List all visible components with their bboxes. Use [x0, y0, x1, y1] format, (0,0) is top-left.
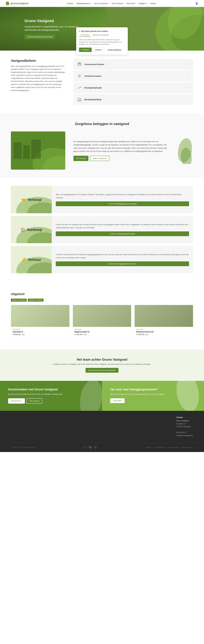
main-services-section: 🤝 Verkoop Wilt u uw beleggingspand in Gr…	[0, 178, 204, 284]
nav-right: 👤	[195, 2, 199, 5]
footer-link-privacy[interactable]: Privacyverklaring	[154, 446, 165, 448]
verkoop-title-area: 🤝 Verkoop	[17, 198, 46, 202]
footer-link-cookie-settings[interactable]: Cookie-instellingen	[181, 446, 193, 448]
property-image-2	[73, 305, 131, 327]
service-arrow-pandoptimalisatie: →	[187, 86, 190, 89]
hero-title: Gruno Vastgoed	[24, 18, 90, 23]
footer-copyright: Copyright © 2025 · Gruno Vastgoed	[11, 446, 35, 448]
logo[interactable]: grunovastgoed	[5, 1, 28, 6]
aankoop-icon: 🏠	[20, 228, 25, 232]
property-name-2: Wagnersingel 31	[75, 331, 130, 333]
hero-cta-button[interactable]: Gratis adviesgesprek aanvragen	[24, 34, 55, 39]
verkoop-cta-button[interactable]: Ik wil mijn beleggingspand verkopen	[56, 202, 189, 206]
verhuur-card: 🔑 Verhuur U bent in het bezit van één of…	[11, 246, 193, 273]
property-card-2[interactable]: Groningen Wagnersingel 31 € 335.000,- k.…	[73, 305, 131, 337]
zorgeloos-title: Zorgeloos beleggen in vastgoed	[11, 122, 193, 126]
nav-aanbod[interactable]: Aanbod	[67, 2, 73, 4]
cookie-dot-icon	[79, 31, 80, 32]
facebook-icon[interactable]: f	[83, 446, 87, 449]
nav-contact[interactable]: Contact	[150, 2, 156, 4]
property-name-3: Bedumerstraat 118	[136, 331, 191, 333]
cta-kennismaken: Kennismaken met Gruno Vastgoed Bel ons o…	[0, 381, 102, 411]
tag-nieuw-verkoop-1[interactable]: Nieuw in verkoop	[11, 298, 27, 302]
instagram-icon[interactable]: 📷	[88, 446, 92, 449]
footer-address: Gruno Vastgoed Ouyeplein 5-1 9712 NK Gro…	[176, 420, 193, 437]
cta-callback-button[interactable]: Bel mij terug	[26, 398, 42, 404]
header: grunovastgoed Aanbod Vastgoedbeheer ▾ Aa…	[0, 0, 204, 7]
service-item-commercieel[interactable]: Commercieel beheer →	[73, 59, 193, 70]
property-price-1: € 648.000,- k.k.	[13, 334, 68, 336]
vastgoedbeheer-description: Wilt u het vastgoedbeheer van uw beleggi…	[11, 65, 65, 92]
cta-row: Kennismaken met Gruno Vastgoed Bel ons o…	[0, 381, 204, 411]
footer-dark: Contact Gruno Vastgoed Ouyeplein 5-1 971…	[0, 411, 204, 442]
cta-phone-button[interactable]: 050 853 80 17	[8, 398, 25, 404]
service-icon-technisch	[77, 73, 82, 79]
tag-nieuw-verkoop-2[interactable]: Nieuw in verkoop	[28, 298, 44, 302]
service-item-technisch[interactable]: Technisch beheer →	[73, 70, 193, 82]
ons-verhaal-button[interactable]: Ons verhaal	[73, 156, 88, 161]
linkedin-icon[interactable]: in	[94, 446, 98, 449]
svg-point-9	[81, 87, 81, 88]
footer-link-cookie[interactable]: Cookieverklaring	[167, 446, 178, 448]
vastgoedbeheer-title: Vastgoedbeheer	[11, 59, 65, 62]
uitgelicht-grid: Winschoten Iepenlaan 8 € 648.000,- k.k. …	[11, 305, 193, 337]
main-nav: Aanbod Vastgoedbeheer ▾ Aan- en verkoop …	[67, 2, 156, 4]
verhuur-cta-button[interactable]: Ik wil een beleggingspand verhuren	[56, 262, 189, 266]
aankoop-title: Aankoop	[27, 228, 42, 232]
nav-aan-verkoop[interactable]: Aan- en verkoop ▾	[94, 2, 108, 4]
verkoop-image: 🤝 Verkoop	[11, 186, 52, 213]
footer-social: f 📷 in	[83, 446, 98, 449]
property-city-1: Winschoten	[13, 328, 68, 330]
svg-rect-16	[31, 140, 41, 159]
verkoop-icon: 🤝	[21, 198, 26, 202]
cookie-tab-algemeen[interactable]: Algemene voorwaarden	[91, 33, 110, 37]
service-icon-bouwbegeleiding	[77, 97, 82, 102]
team-cta-button[interactable]: Maak kennis met onze specialisten	[86, 368, 118, 373]
service-item-bouwbegeleiding[interactable]: Bouwbegeleiding →	[73, 94, 193, 105]
nav-over-ons[interactable]: Over ons ▾	[126, 2, 135, 4]
property-city-2: Groningen	[75, 328, 130, 330]
footer-links: Sitemap Privacyverklaring Cookieverklari…	[146, 446, 193, 448]
property-price-2: € 335.000,- k.k.	[75, 334, 130, 336]
team-section: Het team achter Gruno Vastgoed Zorgeloos…	[0, 350, 204, 381]
service-arrow-commercieel: →	[187, 63, 190, 66]
cookie-settings-button[interactable]: Cookie-instellingen	[105, 48, 123, 52]
user-icon[interactable]: 👤	[195, 2, 199, 5]
cookie-accept-button[interactable]: Accepteren	[79, 48, 92, 52]
service-icon-pandoptimalisatie	[77, 85, 82, 90]
cookie-tab-privacybeleid[interactable]: Privacybeleid	[79, 33, 91, 37]
aankoop-cta-button[interactable]: Ik wil een beleggingspand kopen	[56, 232, 189, 236]
svg-point-8	[79, 75, 80, 77]
cookie-title: Wij maken gebruik van cookies!	[79, 30, 125, 32]
neem-contact-button[interactable]: Neem contact op	[90, 156, 109, 161]
service-item-pandoptimalisatie[interactable]: Pandoptimalisatie →	[73, 82, 193, 93]
cta-beleggingskansen: Op zoek naar beleggingskansen? Blijf op …	[102, 381, 204, 411]
nav-gruno-verhuur[interactable]: Gruno Verhuur	[112, 2, 123, 4]
footer-content: Contact Gruno Vastgoed Ouyeplein 5-1 971…	[11, 416, 193, 437]
aankoop-title-area: 🏠 Aankoop	[16, 228, 46, 232]
property-card-3[interactable]: Groningen Bedumerstraat 118 € 492.000,- …	[134, 305, 193, 337]
svg-rect-15	[23, 145, 30, 159]
footer-contact: Contact Gruno Vastgoed Ouyeplein 5-1 971…	[176, 416, 193, 437]
service-arrow-technisch: →	[187, 74, 190, 78]
footer-bottom: Copyright © 2025 · Gruno Vastgoed f 📷 in…	[0, 442, 204, 452]
verhuur-image: 🔑 Verhuur	[11, 246, 52, 273]
cookie-reject-button[interactable]: Weigeren	[93, 48, 104, 52]
verkoop-title: Verkoop	[27, 198, 41, 202]
property-info-3: Groningen Bedumerstraat 118 € 492.000,- …	[135, 327, 193, 337]
footer-link-sitemap[interactable]: Sitemap	[146, 446, 151, 448]
property-card-1[interactable]: Winschoten Iepenlaan 8 € 648.000,- k.k.	[11, 305, 70, 337]
cta-aanmelden-button[interactable]: Aanmelden	[110, 398, 125, 403]
svg-rect-14	[14, 142, 22, 159]
nav-vastgoedbeheer[interactable]: Vastgoedbeheer ▾	[76, 2, 91, 4]
vastgoedbeheer-left: Vastgoedbeheer Wilt u het vastgoedbeheer…	[11, 59, 65, 92]
cookie-banner: Wij maken gebruik van cookies! Privacybe…	[76, 27, 128, 55]
nav-inloggen[interactable]: Inloggen ▾	[138, 2, 147, 4]
property-price-3: € 492.000,- k.k.	[136, 334, 191, 336]
logo-text: grunovastgoed	[11, 2, 28, 5]
footer-contact-title: Contact	[176, 416, 193, 418]
team-title: Het team achter Gruno Vastgoed	[11, 358, 193, 362]
zorgeloos-text: De vastgoedexperts van Gruno Vastgoed st…	[73, 140, 169, 161]
svg-rect-10	[79, 100, 80, 101]
property-city-3: Groningen	[136, 328, 191, 330]
